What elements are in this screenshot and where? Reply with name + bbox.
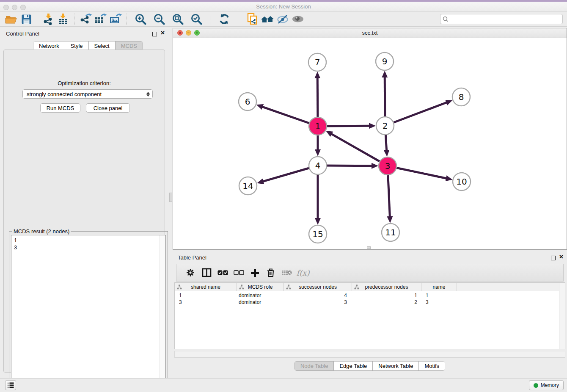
column-header-label: MCDS role: [248, 284, 273, 290]
float-panel-icon[interactable]: [152, 32, 157, 36]
zoom-selected-button[interactable]: [189, 13, 204, 25]
close-panel-icon[interactable]: ✕: [160, 30, 165, 36]
open-session-button[interactable]: [3, 13, 19, 25]
column-header-label: successor nodes: [299, 284, 337, 290]
network-view-window: × − + scc.txt 1234678910111415: [173, 28, 567, 250]
graph-node-14[interactable]: 14: [239, 177, 257, 195]
zoom-out-button[interactable]: [151, 13, 167, 25]
graph-node-15[interactable]: 15: [309, 225, 327, 243]
tab-network[interactable]: Network: [33, 41, 65, 50]
table-settings-button[interactable]: [182, 266, 198, 279]
graph-node-2[interactable]: 2: [376, 117, 394, 135]
graph-node-11[interactable]: 11: [382, 224, 399, 241]
deselect-all-checkboxes-button[interactable]: [231, 266, 247, 279]
graph-edge-3-1[interactable]: [331, 134, 388, 166]
network-graph[interactable]: 1234678910111415: [173, 38, 567, 249]
home-button[interactable]: [260, 13, 275, 25]
table-vertical-scrollbar[interactable]: [559, 283, 565, 349]
plus-icon: [250, 268, 259, 277]
import-network-button[interactable]: [41, 13, 56, 25]
select-stepper-icon: [146, 92, 150, 97]
cell-predecessor-nodes[interactable]: 1: [352, 292, 421, 299]
save-session-button[interactable]: [19, 13, 34, 25]
checked-checkboxes-icon: [217, 270, 228, 276]
column-header-label: shared name: [191, 284, 220, 290]
cell-name[interactable]: 1: [421, 292, 457, 299]
column-header-name[interactable]: name: [421, 283, 457, 291]
save-floppy-icon: [21, 14, 32, 25]
close-panel-button[interactable]: Close panel: [86, 103, 130, 113]
show-graphics-button[interactable]: [290, 13, 306, 25]
cell-shared-name[interactable]: 3: [175, 299, 237, 306]
column-header-MCDS-role[interactable]: MCDS role: [237, 283, 284, 291]
fx-icon: f(x): [297, 268, 310, 277]
view-resize-handle[interactable]: [367, 246, 371, 249]
mcds-result-area[interactable]: 1 3: [11, 235, 166, 391]
graph-edge-2-8[interactable]: [385, 102, 447, 126]
network-view-title: scc.txt: [173, 30, 567, 36]
delete-row-button[interactable]: [263, 266, 279, 279]
task-history-button[interactable]: [5, 380, 16, 390]
tab-node-table[interactable]: Node Table: [295, 362, 334, 370]
tab-edge-table[interactable]: Edge Table: [333, 362, 372, 370]
zoom-fit-button[interactable]: [170, 13, 185, 25]
tab-motifs[interactable]: Motifs: [418, 362, 445, 370]
graph-node-4[interactable]: 4: [309, 157, 327, 174]
refresh-button[interactable]: [217, 13, 232, 25]
table-row[interactable]: 3dominator323: [175, 299, 559, 306]
add-row-button[interactable]: [247, 266, 263, 279]
columns-icon: [202, 268, 212, 277]
svg-text:10: 10: [456, 177, 467, 187]
window-title: Session: New Session: [0, 3, 567, 10]
optimization-criterion-select[interactable]: strongly connected component: [22, 89, 153, 99]
tab-mcds[interactable]: MCDS: [115, 41, 143, 50]
graph-node-8[interactable]: 8: [452, 88, 470, 106]
zoom-in-button[interactable]: [133, 13, 148, 25]
column-header-filler: [457, 283, 559, 291]
cell-name[interactable]: 3: [421, 299, 457, 306]
network-file-button[interactable]: [245, 13, 260, 25]
table-row[interactable]: 1dominator411: [175, 292, 559, 299]
graph-node-6[interactable]: 6: [239, 93, 256, 110]
table-horizontal-scrollbar[interactable]: [174, 351, 565, 358]
select-all-checkboxes-button[interactable]: [215, 266, 231, 279]
svg-text:2: 2: [383, 121, 388, 131]
float-table-panel-icon[interactable]: [551, 256, 556, 260]
cell-predecessor-nodes[interactable]: 2: [352, 299, 421, 306]
cell-MCDS-role[interactable]: dominator: [237, 292, 284, 299]
function-builder-button[interactable]: f(x): [295, 266, 311, 279]
export-table-button[interactable]: [93, 13, 108, 25]
tab-select[interactable]: Select: [88, 41, 115, 50]
column-header-successor-nodes[interactable]: successor nodes: [284, 283, 352, 291]
run-mcds-button[interactable]: Run MCDS: [40, 103, 80, 113]
import-table-button[interactable]: [56, 13, 71, 25]
graph-node-1[interactable]: 1: [309, 117, 327, 135]
close-table-panel-icon[interactable]: ✕: [559, 254, 564, 260]
optimization-criterion-label: Optimization criterion:: [4, 80, 165, 86]
graph-node-3[interactable]: 3: [379, 157, 396, 175]
table-toolbar: f(x): [176, 264, 564, 282]
graph-node-10[interactable]: 10: [453, 173, 471, 190]
export-network-button[interactable]: [78, 13, 93, 25]
memory-button[interactable]: Memory: [529, 380, 564, 390]
network-window-titlebar[interactable]: × − + scc.txt: [173, 28, 567, 38]
graph-node-7[interactable]: 7: [308, 53, 326, 71]
export-image-button[interactable]: [108, 13, 124, 25]
delete-table-button[interactable]: [279, 266, 295, 279]
result-scrollbar[interactable]: [160, 235, 165, 390]
svg-text:7: 7: [315, 57, 320, 67]
graph-node-9[interactable]: 9: [376, 52, 394, 70]
column-header-label: predecessor nodes: [365, 284, 408, 290]
cell-successor-nodes[interactable]: 4: [284, 292, 352, 299]
tab-network-table[interactable]: Network Table: [372, 362, 418, 370]
cell-MCDS-role[interactable]: dominator: [237, 299, 284, 306]
cell-shared-name[interactable]: 1: [175, 292, 237, 299]
cell-successor-nodes[interactable]: 3: [284, 299, 352, 306]
panel-split-handle[interactable]: [169, 193, 172, 202]
tab-style[interactable]: Style: [65, 41, 88, 50]
search-input[interactable]: [450, 15, 562, 23]
column-header-predecessor-nodes[interactable]: predecessor nodes: [352, 283, 421, 291]
column-header-shared-name[interactable]: shared name: [175, 283, 237, 291]
hide-details-button[interactable]: [275, 13, 290, 25]
column-layout-button[interactable]: [198, 266, 215, 279]
